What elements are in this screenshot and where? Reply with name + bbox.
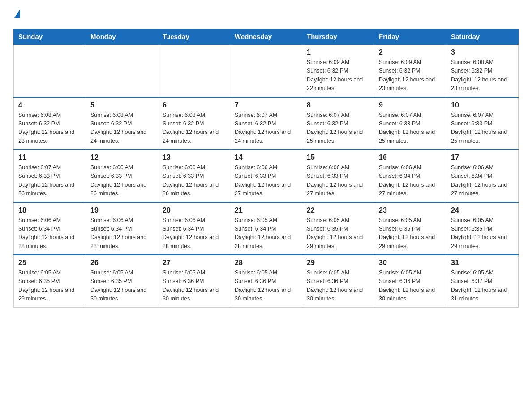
calendar-cell: 6Sunrise: 6:08 AM Sunset: 6:32 PM Daylig… <box>158 97 230 150</box>
day-number: 14 <box>235 154 297 162</box>
day-number: 7 <box>235 101 297 109</box>
day-info: Sunrise: 6:08 AM Sunset: 6:32 PM Dayligh… <box>90 111 153 146</box>
day-number: 9 <box>379 101 442 109</box>
calendar-cell <box>86 44 158 97</box>
calendar-cell: 27Sunrise: 6:05 AM Sunset: 6:36 PM Dayli… <box>158 255 230 307</box>
day-number: 21 <box>235 206 297 214</box>
weekday-header-friday: Friday <box>374 29 446 45</box>
day-number: 20 <box>163 206 225 214</box>
header <box>13 9 519 21</box>
calendar-week-4: 18Sunrise: 6:06 AM Sunset: 6:34 PM Dayli… <box>14 202 519 255</box>
day-number: 6 <box>163 101 225 109</box>
day-info: Sunrise: 6:07 AM Sunset: 6:33 PM Dayligh… <box>451 111 514 146</box>
day-number: 13 <box>163 154 225 162</box>
calendar-cell: 20Sunrise: 6:06 AM Sunset: 6:34 PM Dayli… <box>158 202 230 255</box>
weekday-header-tuesday: Tuesday <box>158 29 230 45</box>
day-info: Sunrise: 6:06 AM Sunset: 6:34 PM Dayligh… <box>451 163 514 198</box>
day-info: Sunrise: 6:08 AM Sunset: 6:32 PM Dayligh… <box>18 111 81 146</box>
calendar-cell: 15Sunrise: 6:06 AM Sunset: 6:33 PM Dayli… <box>302 150 374 202</box>
calendar-cell: 31Sunrise: 6:05 AM Sunset: 6:37 PM Dayli… <box>446 255 519 307</box>
day-number: 17 <box>451 154 514 162</box>
calendar-cell: 10Sunrise: 6:07 AM Sunset: 6:33 PM Dayli… <box>446 97 519 150</box>
weekday-header-monday: Monday <box>86 29 158 45</box>
day-info: Sunrise: 6:06 AM Sunset: 6:34 PM Dayligh… <box>90 216 153 251</box>
calendar-cell: 21Sunrise: 6:05 AM Sunset: 6:34 PM Dayli… <box>230 202 302 255</box>
day-info: Sunrise: 6:05 AM Sunset: 6:35 PM Dayligh… <box>379 216 442 251</box>
day-info: Sunrise: 6:08 AM Sunset: 6:32 PM Dayligh… <box>451 58 514 93</box>
day-info: Sunrise: 6:06 AM Sunset: 6:34 PM Dayligh… <box>379 163 442 198</box>
day-number: 26 <box>90 259 153 267</box>
day-info: Sunrise: 6:07 AM Sunset: 6:32 PM Dayligh… <box>235 111 297 146</box>
calendar-cell: 30Sunrise: 6:05 AM Sunset: 6:36 PM Dayli… <box>374 255 446 307</box>
weekday-header-wednesday: Wednesday <box>230 29 302 45</box>
day-info: Sunrise: 6:06 AM Sunset: 6:33 PM Dayligh… <box>163 163 225 198</box>
day-info: Sunrise: 6:06 AM Sunset: 6:33 PM Dayligh… <box>90 163 153 198</box>
weekday-header-saturday: Saturday <box>446 29 519 45</box>
calendar-week-2: 4Sunrise: 6:08 AM Sunset: 6:32 PM Daylig… <box>14 97 519 150</box>
day-number: 3 <box>451 48 514 56</box>
day-info: Sunrise: 6:09 AM Sunset: 6:32 PM Dayligh… <box>379 58 442 93</box>
calendar-cell: 22Sunrise: 6:05 AM Sunset: 6:35 PM Dayli… <box>302 202 374 255</box>
calendar-cell: 3Sunrise: 6:08 AM Sunset: 6:32 PM Daylig… <box>446 44 519 97</box>
calendar-body: 1Sunrise: 6:09 AM Sunset: 6:32 PM Daylig… <box>14 44 519 307</box>
day-number: 25 <box>18 259 81 267</box>
day-info: Sunrise: 6:05 AM Sunset: 6:37 PM Dayligh… <box>451 269 514 304</box>
calendar-cell: 2Sunrise: 6:09 AM Sunset: 6:32 PM Daylig… <box>374 44 446 97</box>
calendar-week-1: 1Sunrise: 6:09 AM Sunset: 6:32 PM Daylig… <box>14 44 519 97</box>
day-info: Sunrise: 6:06 AM Sunset: 6:34 PM Dayligh… <box>163 216 225 251</box>
calendar-cell: 4Sunrise: 6:08 AM Sunset: 6:32 PM Daylig… <box>14 97 86 150</box>
day-info: Sunrise: 6:05 AM Sunset: 6:36 PM Dayligh… <box>235 269 297 304</box>
weekday-header-row: SundayMondayTuesdayWednesdayThursdayFrid… <box>14 29 519 45</box>
calendar-header: SundayMondayTuesdayWednesdayThursdayFrid… <box>14 29 519 45</box>
calendar-cell <box>230 44 302 97</box>
day-number: 24 <box>451 206 514 214</box>
calendar-cell: 18Sunrise: 6:06 AM Sunset: 6:34 PM Dayli… <box>14 202 86 255</box>
calendar-cell: 23Sunrise: 6:05 AM Sunset: 6:35 PM Dayli… <box>374 202 446 255</box>
weekday-header-sunday: Sunday <box>14 29 86 45</box>
day-info: Sunrise: 6:06 AM Sunset: 6:34 PM Dayligh… <box>18 216 81 251</box>
day-info: Sunrise: 6:05 AM Sunset: 6:36 PM Dayligh… <box>163 269 225 304</box>
day-number: 18 <box>18 206 81 214</box>
day-number: 16 <box>379 154 442 162</box>
calendar-week-3: 11Sunrise: 6:07 AM Sunset: 6:33 PM Dayli… <box>14 150 519 202</box>
calendar-cell <box>14 44 86 97</box>
calendar-cell: 28Sunrise: 6:05 AM Sunset: 6:36 PM Dayli… <box>230 255 302 307</box>
calendar-cell: 11Sunrise: 6:07 AM Sunset: 6:33 PM Dayli… <box>14 150 86 202</box>
calendar-cell: 13Sunrise: 6:06 AM Sunset: 6:33 PM Dayli… <box>158 150 230 202</box>
day-number: 11 <box>18 154 81 162</box>
calendar-cell: 9Sunrise: 6:07 AM Sunset: 6:33 PM Daylig… <box>374 97 446 150</box>
day-number: 10 <box>451 101 514 109</box>
day-number: 12 <box>90 154 153 162</box>
calendar-cell: 12Sunrise: 6:06 AM Sunset: 6:33 PM Dayli… <box>86 150 158 202</box>
calendar-cell: 1Sunrise: 6:09 AM Sunset: 6:32 PM Daylig… <box>302 44 374 97</box>
day-info: Sunrise: 6:05 AM Sunset: 6:35 PM Dayligh… <box>307 216 369 251</box>
day-info: Sunrise: 6:09 AM Sunset: 6:32 PM Dayligh… <box>307 58 369 93</box>
logo-triangle-icon <box>14 9 20 18</box>
day-info: Sunrise: 6:05 AM Sunset: 6:34 PM Dayligh… <box>235 216 297 251</box>
calendar-cell: 25Sunrise: 6:05 AM Sunset: 6:35 PM Dayli… <box>14 255 86 307</box>
day-number: 30 <box>379 259 442 267</box>
day-info: Sunrise: 6:07 AM Sunset: 6:33 PM Dayligh… <box>379 111 442 146</box>
day-info: Sunrise: 6:08 AM Sunset: 6:32 PM Dayligh… <box>163 111 225 146</box>
day-number: 23 <box>379 206 442 214</box>
day-number: 29 <box>307 259 369 267</box>
day-number: 27 <box>163 259 225 267</box>
calendar-cell: 26Sunrise: 6:05 AM Sunset: 6:35 PM Dayli… <box>86 255 158 307</box>
day-info: Sunrise: 6:05 AM Sunset: 6:35 PM Dayligh… <box>90 269 153 304</box>
calendar-cell: 19Sunrise: 6:06 AM Sunset: 6:34 PM Dayli… <box>86 202 158 255</box>
calendar-week-5: 25Sunrise: 6:05 AM Sunset: 6:35 PM Dayli… <box>14 255 519 307</box>
calendar-cell: 14Sunrise: 6:06 AM Sunset: 6:33 PM Dayli… <box>230 150 302 202</box>
day-number: 28 <box>235 259 297 267</box>
day-number: 2 <box>379 48 442 56</box>
calendar-cell: 5Sunrise: 6:08 AM Sunset: 6:32 PM Daylig… <box>86 97 158 150</box>
calendar-cell <box>158 44 230 97</box>
day-info: Sunrise: 6:07 AM Sunset: 6:33 PM Dayligh… <box>18 163 81 198</box>
day-info: Sunrise: 6:06 AM Sunset: 6:33 PM Dayligh… <box>235 163 297 198</box>
day-info: Sunrise: 6:05 AM Sunset: 6:36 PM Dayligh… <box>307 269 369 304</box>
day-number: 31 <box>451 259 514 267</box>
day-info: Sunrise: 6:05 AM Sunset: 6:36 PM Dayligh… <box>379 269 442 304</box>
calendar-table: SundayMondayTuesdayWednesdayThursdayFrid… <box>13 29 519 308</box>
day-number: 8 <box>307 101 369 109</box>
calendar-cell: 7Sunrise: 6:07 AM Sunset: 6:32 PM Daylig… <box>230 97 302 150</box>
calendar-cell: 29Sunrise: 6:05 AM Sunset: 6:36 PM Dayli… <box>302 255 374 307</box>
